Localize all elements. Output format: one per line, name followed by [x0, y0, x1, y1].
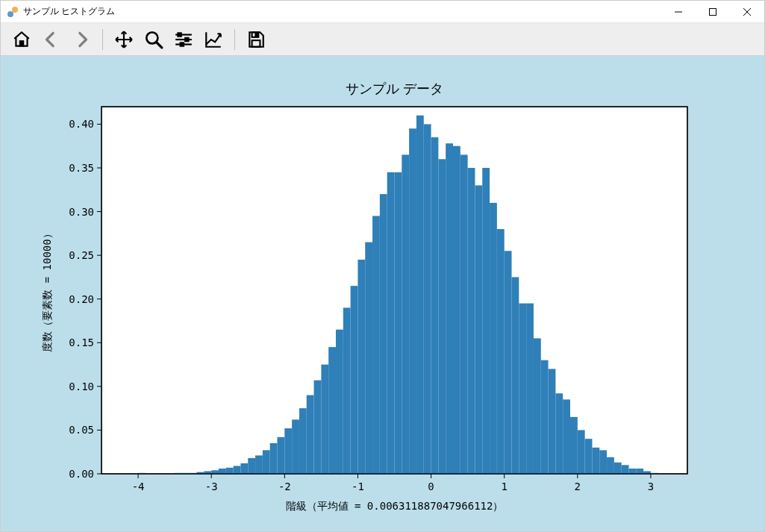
- x-tick-label: -3: [205, 481, 218, 492]
- bar: [357, 260, 365, 474]
- y-tick-label: 0.35: [69, 162, 94, 174]
- y-tick-label: 0.15: [69, 337, 94, 348]
- bar: [622, 465, 629, 474]
- bar: [424, 124, 431, 474]
- bar: [629, 469, 637, 474]
- bar: [307, 395, 314, 474]
- bar: [585, 439, 593, 474]
- configure-button[interactable]: [170, 26, 197, 53]
- bar: [248, 458, 255, 474]
- zoom-button[interactable]: [140, 26, 167, 53]
- svg-rect-16: [252, 40, 260, 47]
- forward-button[interactable]: [68, 26, 95, 53]
- svg-rect-6: [20, 41, 23, 46]
- toolbar-separator: [234, 29, 235, 50]
- svg-point-0: [7, 11, 13, 17]
- bar: [490, 203, 497, 474]
- bar: [482, 168, 490, 474]
- svg-line-8: [156, 42, 162, 48]
- bar: [512, 277, 519, 474]
- bar: [387, 172, 395, 474]
- maximize-button[interactable]: [696, 1, 730, 22]
- x-tick-label: 1: [501, 481, 507, 492]
- bar: [328, 347, 336, 474]
- y-tick-label: 0.40: [69, 118, 94, 130]
- y-axis-label: 度数（要素数 = 10000）: [41, 228, 53, 351]
- bar: [555, 393, 563, 474]
- x-tick-label: -1: [352, 481, 364, 492]
- bar: [380, 194, 387, 474]
- svg-rect-3: [710, 8, 716, 15]
- bar: [321, 365, 328, 474]
- bar: [592, 448, 599, 474]
- back-button[interactable]: [38, 26, 65, 53]
- save-button[interactable]: [243, 26, 269, 53]
- bar: [431, 137, 439, 474]
- bar: [519, 304, 526, 474]
- y-tick-label: 0.10: [69, 381, 94, 392]
- bar: [578, 430, 585, 474]
- bar: [460, 154, 468, 474]
- bar: [292, 419, 299, 474]
- bar: [614, 463, 622, 474]
- bar: [607, 457, 614, 474]
- bar: [278, 437, 285, 474]
- bar: [570, 417, 578, 474]
- bar: [636, 469, 643, 474]
- bar: [255, 455, 263, 474]
- bar: [409, 128, 416, 474]
- y-tick-label: 0.00: [69, 468, 94, 480]
- titlebar: サンプル ヒストグラム: [1, 1, 764, 23]
- axes-button[interactable]: [200, 26, 227, 53]
- bar: [240, 463, 248, 474]
- app-icon: [7, 6, 19, 18]
- bar: [270, 443, 278, 474]
- bar: [453, 146, 460, 474]
- x-tick-label: 0: [428, 481, 434, 492]
- bar: [497, 229, 505, 474]
- svg-rect-12: [178, 33, 181, 36]
- bar: [438, 159, 446, 474]
- x-tick-label: -4: [132, 481, 145, 492]
- svg-rect-17: [255, 33, 257, 36]
- bar: [284, 428, 292, 474]
- bar: [351, 286, 358, 474]
- toolbar-separator: [102, 29, 103, 50]
- bar: [343, 307, 351, 474]
- bar: [219, 469, 226, 474]
- bar: [211, 470, 219, 474]
- bar: [505, 251, 512, 474]
- bar: [599, 450, 607, 474]
- pan-button[interactable]: [110, 26, 137, 53]
- svg-rect-13: [185, 37, 188, 40]
- bar: [475, 185, 482, 474]
- window-controls: [661, 1, 764, 22]
- x-tick-label: 3: [648, 481, 654, 492]
- chart-title: サンプル データ: [346, 81, 443, 96]
- x-axis-label: 階級（平均値 = 0.006311887047966112）: [286, 500, 504, 512]
- bar: [402, 154, 409, 474]
- svg-point-1: [12, 7, 18, 13]
- svg-rect-14: [181, 43, 184, 46]
- chart-canvas[interactable]: サンプル データ-4-3-2-101230.000.050.100.150.20…: [1, 56, 764, 531]
- x-tick-label: -2: [278, 481, 291, 492]
- bar: [416, 116, 424, 474]
- bar: [534, 338, 541, 474]
- bar: [395, 172, 402, 474]
- app-window: サンプル ヒストグラム: [0, 0, 765, 532]
- bar: [226, 468, 234, 474]
- bar: [549, 369, 556, 474]
- bar: [234, 466, 241, 474]
- bar: [541, 360, 549, 474]
- bar: [526, 304, 534, 474]
- bar: [468, 168, 475, 474]
- minimize-button[interactable]: [661, 1, 696, 22]
- close-button[interactable]: [730, 1, 764, 22]
- bar: [314, 381, 322, 474]
- bar: [263, 450, 270, 474]
- y-tick-label: 0.20: [69, 293, 94, 305]
- bar: [446, 143, 453, 474]
- home-button[interactable]: [8, 26, 35, 53]
- y-tick-label: 0.30: [69, 206, 94, 218]
- y-tick-label: 0.25: [69, 249, 94, 261]
